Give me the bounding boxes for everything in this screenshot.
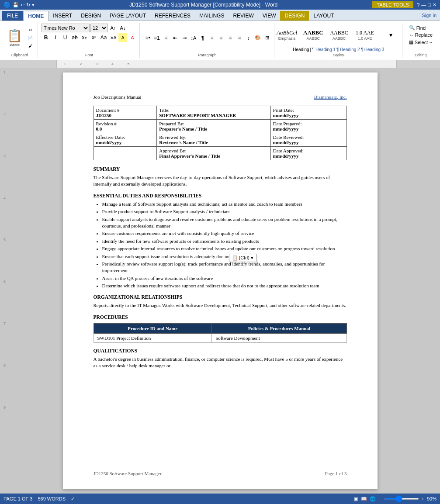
font-row-2: B I U ab x₂ x² Aa ✕A A A — [42, 33, 137, 42]
style-emphasis[interactable]: AaBbCcl Emphasis — [274, 28, 299, 42]
date-reviewed-label: Date Reviewed: — [273, 135, 344, 140]
tab-layout[interactable]: LAYOUT — [309, 11, 338, 21]
heading-2-label[interactable]: ¶ Heading 1 — [312, 47, 336, 52]
bold-button[interactable]: B — [42, 33, 50, 42]
font-name-select[interactable]: Times New Ro — [42, 24, 90, 32]
word-count: 569 WORDS — [38, 496, 66, 501]
underline-button[interactable]: U — [61, 33, 69, 42]
info-row-1: Document # JD1250 Title: SOFTWARE SUPPOR… — [94, 106, 346, 120]
font-color-button[interactable]: A — [128, 33, 137, 42]
align-right-button[interactable]: ≡ — [226, 34, 235, 42]
grow-font-button[interactable]: A↑ — [109, 24, 118, 32]
paste-button[interactable]: 📋 Paste — [4, 28, 25, 48]
shading-button[interactable]: 🎨 — [253, 34, 262, 42]
font-group: Times New Ro 12 A↑ A↓ B I U ab x₂ x² Aa … — [39, 23, 140, 58]
editing-section: 🔍 Find ↔ Replace ▦ Select ~ — [406, 24, 436, 46]
decrease-indent-button[interactable]: ⇤ — [171, 34, 180, 42]
align-left-button[interactable]: ≡ — [208, 34, 216, 42]
line-spacing-button[interactable]: ↕ — [244, 34, 253, 42]
margin-3: 3 — [3, 154, 6, 196]
style-heading3-label: 1.0 AAE — [358, 36, 372, 41]
summary-text: The Software Support Manager oversees th… — [94, 174, 347, 188]
empty-cell — [94, 147, 157, 160]
date-approved-label: Date Approved: — [273, 148, 344, 153]
font-size-select[interactable]: 12 — [90, 24, 108, 32]
show-hide-button[interactable]: ¶ — [198, 34, 207, 42]
select-button[interactable]: ▦ Select ~ — [408, 39, 434, 45]
highlight-button[interactable]: A — [118, 33, 127, 42]
doc-header: Job Descriptions Manual Bizmanualz, Inc. — [94, 94, 347, 100]
reviewed-label: Reviewed By: — [159, 135, 268, 140]
numbered-list-button[interactable]: ≡1 — [152, 34, 161, 42]
subscript-button[interactable]: x₂ — [80, 33, 89, 42]
qual-heading: QUALIFICATIONS — [94, 348, 347, 353]
sign-in-link[interactable]: Sign in — [422, 13, 440, 18]
change-case-button[interactable]: Aa — [99, 33, 108, 42]
tab-file[interactable]: FILE — [2, 11, 23, 21]
editing-label: Editing — [415, 52, 427, 57]
margin-2: 2 — [3, 112, 6, 154]
borders-button[interactable]: ⊞ — [263, 34, 271, 42]
increase-indent-button[interactable]: ⇥ — [180, 34, 189, 42]
cut-button[interactable]: ✂ — [26, 27, 35, 34]
info-row-4: Approved By: Final Approver's Name / Tit… — [94, 147, 346, 160]
clear-format-button[interactable]: ✕A — [109, 33, 118, 42]
replace-button[interactable]: ↔ Replace — [408, 32, 434, 38]
ruler-marks: 1 2 3 4 5 — [57, 62, 136, 66]
tab-review[interactable]: REVIEW — [229, 11, 258, 21]
superscript-button[interactable]: x² — [90, 33, 98, 42]
multilevel-list-button[interactable]: ≡ — [162, 34, 170, 42]
help-btn[interactable]: ? — [417, 2, 419, 7]
copy-button[interactable]: 📄 — [26, 35, 35, 41]
zoom-slider[interactable] — [384, 498, 419, 500]
justify-button[interactable]: ≡ — [235, 34, 244, 42]
style-expand-button[interactable]: ▾ — [379, 30, 403, 40]
style-heading3[interactable]: 1.0 AAE 1.0 AAE — [353, 28, 377, 42]
minimize-btn[interactable]: — — [421, 2, 426, 7]
view-reading-icon[interactable]: 📖 — [361, 496, 367, 502]
revision-label: Revision # — [96, 121, 155, 126]
styles-group: AaBbCcl Emphasis AABBC AABBC AABBC AABBC… — [275, 23, 402, 58]
heading-3-btn[interactable]: ¶ Heading 3 — [361, 47, 385, 52]
tab-home[interactable]: HOME — [23, 11, 49, 21]
view-normal-icon[interactable]: ▣ — [354, 496, 358, 502]
zoom-out-button[interactable]: − — [378, 496, 381, 501]
doc-number-value: JD1250 — [96, 113, 155, 118]
summary-heading: SUMMARY — [94, 166, 347, 172]
tab-references[interactable]: REFERENCES — [150, 11, 195, 21]
maximize-btn[interactable]: □ — [428, 2, 431, 7]
format-painter-button[interactable]: 🖌 — [26, 42, 35, 49]
ruler-mark-2: 2 — [73, 62, 88, 66]
proc-table-header: Procedure ID and Name Policies & Procedu… — [94, 323, 346, 333]
align-center-button[interactable]: ≡ — [217, 34, 225, 42]
tab-table-design[interactable]: DESIGN — [280, 11, 309, 21]
tab-page-layout[interactable]: PAGE LAYOUT — [105, 11, 150, 21]
view-web-icon[interactable]: 🌐 — [370, 496, 376, 502]
status-bar: PAGE 1 OF 3 569 WORDS ✓ ▣ 📖 🌐 − + 90% — [0, 494, 440, 504]
expand-icon: ▾ — [389, 31, 392, 39]
sort-button[interactable]: ↕A — [189, 34, 198, 42]
style-heading2[interactable]: AABBC AABBC — [327, 28, 351, 42]
print-date-value: mm/dd/yyyy — [273, 113, 344, 118]
close-btn[interactable]: ✕ — [433, 2, 437, 8]
zoom-level: 90% — [427, 496, 437, 501]
tab-mailings[interactable]: MAILINGS — [195, 11, 229, 21]
find-button[interactable]: 🔍 Find — [408, 24, 434, 31]
shrink-font-button[interactable]: A↓ — [118, 24, 127, 32]
strikethrough-button[interactable]: ab — [70, 33, 79, 42]
tab-insert[interactable]: INSERT — [49, 11, 76, 21]
tab-design[interactable]: DESIGN — [76, 11, 105, 21]
replace-label: Replace — [415, 32, 433, 38]
duty-10: Determine which issues require software … — [102, 283, 347, 289]
bullet-list-button[interactable]: ≡• — [143, 34, 152, 42]
zoom-in-button[interactable]: + — [422, 496, 424, 501]
select-label: | — [310, 47, 312, 52]
italic-button[interactable]: I — [51, 33, 60, 42]
reviewed-value: Reviewer's Name / Title — [159, 140, 268, 145]
heading-2-btn[interactable]: ¶ Heading 2 — [336, 47, 360, 52]
proc-manual-1: Software Development — [212, 333, 346, 342]
tab-view[interactable]: VIEW — [258, 11, 281, 21]
paste-popup[interactable]: 📋 (Ctrl) ▾ — [229, 254, 257, 262]
style-heading1[interactable]: AABBC AABBC — [301, 28, 326, 42]
style-heading2-preview: AABBC — [330, 30, 348, 36]
